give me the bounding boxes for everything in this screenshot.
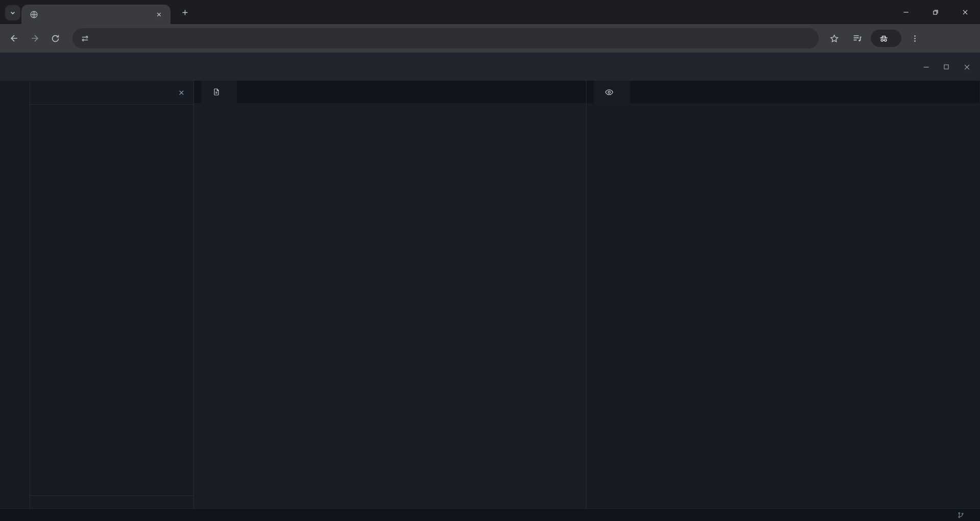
- files-section: [30, 495, 193, 508]
- app-maximize-icon[interactable]: [940, 61, 952, 73]
- chevron-down-icon: [9, 9, 17, 17]
- status-bar: [0, 508, 980, 521]
- app-title-bar: [0, 53, 980, 81]
- globe-icon: [30, 10, 38, 19]
- back-button[interactable]: [4, 28, 24, 49]
- tab-preview[interactable]: [594, 81, 630, 103]
- preview-content: [586, 103, 979, 508]
- markdown-editor-app: [0, 53, 980, 521]
- editor-tab-bar: [194, 81, 586, 103]
- browser-restore-button[interactable]: [921, 0, 950, 24]
- traffic-light-minimize[interactable]: [23, 62, 32, 70]
- plus-icon: [181, 8, 189, 17]
- browser-tab-strip: [0, 0, 980, 24]
- activity-bar: [0, 81, 30, 508]
- explorer-sidebar: [30, 81, 194, 508]
- app-minimize-icon[interactable]: [920, 61, 932, 73]
- eye-icon: [605, 88, 614, 97]
- status-git-branch: [958, 512, 968, 518]
- bookmark-star-icon[interactable]: [824, 28, 844, 49]
- file-icon: [212, 88, 220, 96]
- editor-pane: [194, 81, 586, 508]
- reload-button[interactable]: [45, 28, 65, 49]
- tab-search-button[interactable]: [5, 5, 20, 20]
- browser-menu-icon[interactable]: [904, 28, 925, 49]
- browser-close-button[interactable]: [950, 0, 980, 24]
- editor-textarea[interactable]: [194, 103, 586, 508]
- tab-close-icon[interactable]: [153, 9, 164, 20]
- traffic-light-zoom[interactable]: [37, 62, 45, 70]
- media-controls-icon[interactable]: [847, 28, 868, 49]
- browser-toolbar: [0, 24, 980, 53]
- app-close-icon[interactable]: [961, 61, 973, 73]
- url-bar[interactable]: [72, 28, 819, 49]
- new-tab-button[interactable]: [178, 5, 192, 19]
- site-settings-icon[interactable]: [81, 34, 89, 43]
- incognito-icon: [879, 34, 889, 43]
- incognito-badge: [871, 30, 901, 47]
- traffic-light-close[interactable]: [10, 62, 18, 70]
- preview-tab-bar: [586, 81, 979, 103]
- git-branch-icon: [958, 512, 964, 518]
- sidebar-close-icon[interactable]: [178, 89, 185, 97]
- preview-pane: [586, 81, 979, 508]
- browser-minimize-button[interactable]: [891, 0, 921, 24]
- browser-tab-markdown-editor[interactable]: [21, 5, 170, 24]
- tab-readme[interactable]: [201, 81, 237, 103]
- forward-button[interactable]: [24, 28, 45, 49]
